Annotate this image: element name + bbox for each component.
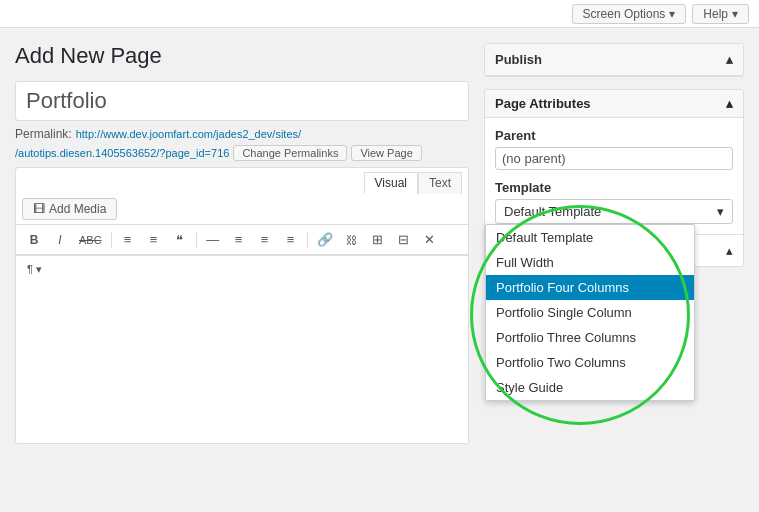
publish-title: Publish (495, 52, 542, 67)
align-left-button[interactable]: ≡ (227, 229, 251, 250)
add-media-button[interactable]: 🎞 Add Media (22, 198, 117, 220)
sidebar: Publish Page Attributes Parent Template … (484, 43, 744, 444)
format-button[interactable]: ¶ ▾ (22, 260, 47, 279)
main-area: Add New Page Permalink: http://www.dev.j… (15, 43, 469, 444)
top-bar: Screen Options Help (0, 0, 759, 28)
ol-button[interactable]: ≡ (142, 229, 166, 250)
page-attributes-box: Page Attributes Parent Template Default … (484, 89, 744, 267)
bold-button[interactable]: B (22, 230, 46, 250)
toolbar-sep-3 (307, 232, 308, 248)
parent-input[interactable] (495, 147, 733, 170)
page-attributes-chevron-icon (726, 96, 733, 111)
editor-tabs: Visual Text (16, 168, 468, 194)
table-button[interactable]: ⊞ (366, 229, 390, 250)
screen-options-button[interactable]: Screen Options (572, 4, 687, 24)
page-attributes-body: Parent Template Default Template Default… (485, 118, 743, 234)
align-right-button[interactable]: ≡ (279, 229, 303, 250)
parent-label: Parent (495, 128, 733, 143)
permalink-row: Permalink: http://www.dev.joomfart.com/j… (15, 127, 469, 161)
help-button[interactable]: Help (692, 4, 749, 24)
tab-visual[interactable]: Visual (364, 172, 418, 194)
toolbar-sep-1 (111, 232, 112, 248)
help-chevron-icon (732, 7, 738, 21)
toolbar-row-1: B I ABC ≡ ≡ ❝ — ≡ ≡ ≡ 🔗 ⛓ ⊞ ⊟ ✕ (16, 225, 468, 255)
template-selected-value: Default Template (504, 204, 601, 219)
publish-chevron-icon (726, 52, 733, 67)
page-title: Add New Page (15, 43, 469, 69)
fullscreen-button[interactable]: ✕ (418, 229, 442, 250)
page-attributes-title: Page Attributes (495, 96, 591, 111)
template-option-style-guide[interactable]: Style Guide (486, 375, 694, 400)
change-permalinks-button[interactable]: Change Permalinks (233, 145, 347, 161)
more-button[interactable]: ⊟ (392, 229, 416, 250)
hr-button[interactable]: — (201, 229, 225, 250)
align-center-button[interactable]: ≡ (253, 229, 277, 250)
template-select[interactable]: Default Template (495, 199, 733, 224)
template-option-full-width[interactable]: Full Width (486, 250, 694, 275)
page-wrap: Add New Page Permalink: http://www.dev.j… (0, 28, 759, 459)
template-option-portfolio-four-columns[interactable]: Portfolio Four Columns (486, 275, 694, 300)
editor-content[interactable] (16, 283, 468, 443)
page-title-input[interactable] (15, 81, 469, 121)
italic-button[interactable]: I (48, 230, 72, 250)
view-page-button[interactable]: View Page (351, 145, 421, 161)
template-option-portfolio-three-columns[interactable]: Portfolio Three Columns (486, 325, 694, 350)
ul-button[interactable]: ≡ (116, 229, 140, 250)
permalink-url[interactable]: http://www.dev.joomfart.com/jades2_dev/s… (76, 128, 301, 140)
publish-box: Publish (484, 43, 744, 77)
page-attributes-header: Page Attributes (485, 90, 743, 118)
template-option-default[interactable]: Default Template (486, 225, 694, 250)
template-option-portfolio-two-columns[interactable]: Portfolio Two Columns (486, 350, 694, 375)
template-chevron-icon (717, 204, 724, 219)
toolbar-sep-2 (196, 232, 197, 248)
unlink-button[interactable]: ⛓ (340, 231, 364, 249)
blockquote-button[interactable]: ❝ (168, 229, 192, 250)
permalink-label: Permalink: (15, 127, 72, 141)
add-media-row: 🎞 Add Media (16, 194, 468, 225)
toolbar-row-2: ¶ ▾ (16, 255, 468, 283)
add-media-icon: 🎞 (33, 202, 45, 216)
editor-box: Visual Text 🎞 Add Media B I ABC ≡ ≡ ❝ — … (15, 167, 469, 444)
permalink-url2: /autotips.diesen.1405563652/?page_id=716 (15, 147, 229, 159)
screen-options-label: Screen Options (583, 7, 666, 21)
tab-text[interactable]: Text (418, 172, 462, 194)
publish-header: Publish (485, 44, 743, 76)
link-button[interactable]: 🔗 (312, 229, 338, 250)
screen-options-chevron-icon (669, 7, 675, 21)
template-dropdown: Default Template Full Width Portfolio Fo… (485, 224, 695, 401)
add-media-label: Add Media (49, 202, 106, 216)
strikethrough-button[interactable]: ABC (74, 231, 107, 249)
featured-image-chevron-icon (726, 243, 733, 258)
help-label: Help (703, 7, 728, 21)
template-label: Template (495, 180, 733, 195)
template-section: Template Default Template Default Templa… (495, 180, 733, 224)
template-option-portfolio-single-column[interactable]: Portfolio Single Column (486, 300, 694, 325)
